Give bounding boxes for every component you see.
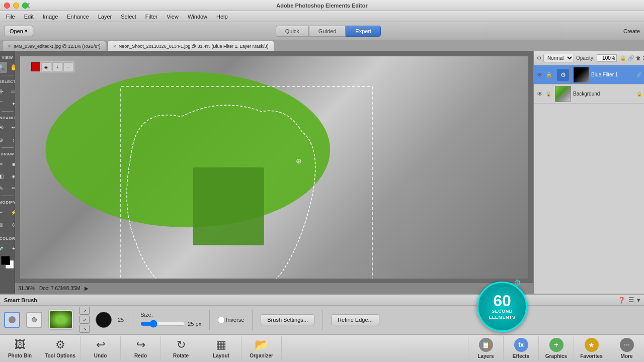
effects-nav-label: Effects [513, 353, 529, 359]
nav-more[interactable]: ⋯ More [609, 336, 644, 361]
titlebar-title: Adobe Photoshop Elements Editor [276, 3, 368, 9]
nav-layout[interactable]: ▦ Layout [201, 336, 242, 360]
red-eye-tool[interactable]: 👁 [0, 122, 7, 133]
divider-4 [2, 196, 14, 196]
photo-canvas[interactable]: ⊕ ◈ + − [20, 56, 528, 279]
opacity-input[interactable] [597, 54, 617, 62]
photo-bin-icon: 🖼 [15, 338, 26, 351]
tool-mini-btn-1[interactable]: ◈ [41, 62, 51, 71]
layer-row-background[interactable]: 👁 🔒 Background 🔒 [534, 84, 644, 104]
mode-guided[interactable]: Guided [309, 26, 346, 37]
brush-tool[interactable]: ✏ [0, 158, 7, 169]
tool-options-bar: ▾ ↗ ↙ ↘ 25 Size: 25 px [0, 306, 644, 334]
menu-help[interactable]: Help [212, 13, 232, 21]
blur-tool[interactable]: ◎ [0, 219, 7, 230]
menu-enhance[interactable]: Enhance [63, 13, 93, 21]
svg-text:⚙: ⚙ [560, 71, 566, 78]
color-swatches[interactable] [1, 256, 14, 269]
layers-link-icon[interactable]: 🔗 [628, 55, 634, 61]
menu-edit[interactable]: Edit [20, 13, 38, 21]
layer-visibility-background[interactable]: 👁 [536, 90, 544, 98]
svg-point-0 [46, 72, 331, 227]
menu-file[interactable]: File [2, 13, 19, 21]
brush-color-swatch[interactable] [96, 312, 112, 328]
zoom-button[interactable] [22, 3, 28, 9]
tab-img0399[interactable]: ✕ IMG_0399_edited-1.jpg @ 12.1% (RGB/8*) [2, 41, 106, 51]
nav-photo-bin[interactable]: 🖼 Photo Bin [0, 336, 40, 360]
nav-effects[interactable]: fx Effects [503, 336, 538, 361]
size-slider[interactable] [140, 320, 186, 328]
menu-filter[interactable]: Filter [141, 13, 162, 21]
separator-1 [132, 310, 132, 330]
graphics-nav-icon: + [549, 338, 564, 352]
layer-extra-icon: 🔗 [636, 72, 642, 77]
layers-delete-icon[interactable]: 🗑 [636, 55, 641, 61]
tab-label-img0399: IMG_0399_edited-1.jpg @ 12.1% (RGB/8*) [14, 44, 101, 49]
tab-close-img0399[interactable]: ✕ [8, 44, 12, 49]
zoom-tool[interactable]: 🔍 [0, 62, 7, 73]
clone-stamp-tool[interactable]: ⊕ [0, 134, 7, 145]
nav-favorites[interactable]: ★ Favorites [574, 336, 609, 361]
lasso-tool[interactable]: ⌒ [0, 98, 7, 109]
inverse-checkbox-container: Inverse [218, 317, 244, 323]
mode-quick[interactable]: Quick [276, 26, 309, 37]
nav-redo[interactable]: ↪ Redo [121, 336, 161, 360]
tool-expand-icon[interactable]: ▾ [637, 297, 640, 304]
tab-neonshoot[interactable]: ✕ Neon_Shoot_20110326_0134-1.jpg @ 31.4%… [107, 41, 274, 51]
canvas-svg-overlay [20, 56, 528, 279]
mode-expert[interactable]: Expert [346, 26, 381, 37]
brush-sample-selector[interactable]: ▾ [48, 310, 73, 330]
layer-row-bluefilter[interactable]: 👁 🔒 ⚙ Blue Filter 1 🔗 [534, 65, 644, 84]
tool-mini-btn-2[interactable]: + [52, 62, 62, 71]
tool-name-label: Smart Brush [4, 297, 37, 303]
nav-tool-options[interactable]: ⚙ Tool Options [40, 336, 80, 360]
menu-image[interactable]: Image [39, 13, 62, 21]
move-tool[interactable]: ✛ [0, 86, 7, 97]
nav-graphics[interactable]: + Graphics [538, 336, 574, 361]
divider-3 [2, 147, 14, 148]
doc-info-expand[interactable]: ▶ [85, 286, 89, 291]
minimize-button[interactable] [13, 3, 19, 9]
menu-view[interactable]: View [163, 13, 183, 21]
tool-help-icon[interactable]: ❓ [618, 297, 625, 304]
gradient-tool[interactable]: ◧ [0, 170, 7, 182]
menu-window[interactable]: Window [184, 13, 211, 21]
brush-paint-button[interactable] [4, 312, 20, 328]
brush-erase-button[interactable] [26, 312, 42, 328]
tab-close-neonshoot[interactable]: ✕ [113, 44, 117, 49]
canvas-area[interactable]: ⊕ ◈ + − 31.36% Doc: 7.63M/8.35M ▶ [15, 51, 533, 294]
inverse-label: Inverse [226, 317, 244, 323]
layers-lock-icon[interactable]: 🔒 [620, 55, 626, 61]
tool-menu-icon[interactable]: ☰ [628, 297, 634, 304]
layer-lock-bluefilter[interactable]: 🔒 [546, 72, 553, 77]
crop-tool[interactable]: ✂ [0, 207, 7, 218]
nav-rotate[interactable]: ↻ Rotate [161, 336, 201, 360]
tool-option-btn-1[interactable]: ↗ [79, 307, 90, 315]
layer-mask-thumb-bluefilter[interactable] [573, 67, 589, 83]
blend-mode-select[interactable]: Normal [543, 54, 574, 62]
canvas-container[interactable]: ⊕ ◈ + − [20, 56, 528, 279]
nav-undo[interactable]: ↩ Undo [80, 336, 121, 360]
separator-2 [209, 310, 210, 330]
menu-layer[interactable]: Layer [94, 13, 116, 21]
tool-option-btn-2[interactable]: ↙ [79, 316, 90, 324]
layers-options-icon[interactable]: ⚙ [537, 55, 541, 61]
inverse-checkbox[interactable] [218, 317, 224, 323]
layer-lock-background[interactable]: 🔒 [546, 92, 553, 97]
brush-settings-button[interactable]: Brush Settings... [261, 314, 314, 325]
create-button[interactable]: Create [623, 28, 640, 34]
eyedropper-tool[interactable]: 💉 [0, 243, 7, 254]
layer-visibility-bluefilter[interactable]: 👁 [536, 71, 544, 78]
close-button[interactable] [4, 3, 10, 9]
nav-organizer[interactable]: 📂 Organizer [242, 336, 282, 360]
pencil-tool[interactable]: ✎ [0, 183, 7, 194]
menu-select[interactable]: Select [117, 13, 140, 21]
tool-option-btn-3[interactable]: ↘ [79, 325, 90, 333]
nav-layers[interactable]: 📋 Layers [468, 336, 503, 361]
open-button[interactable]: Open ▾ [4, 26, 33, 36]
foreground-color-swatch[interactable] [1, 256, 10, 265]
size-slider-container: 25 px [140, 320, 201, 328]
tool-mini-btn-3[interactable]: − [63, 62, 73, 71]
stopwatch-icon: ⏱ [514, 279, 522, 287]
refine-edge-button[interactable]: Refine Edge... [331, 314, 379, 325]
